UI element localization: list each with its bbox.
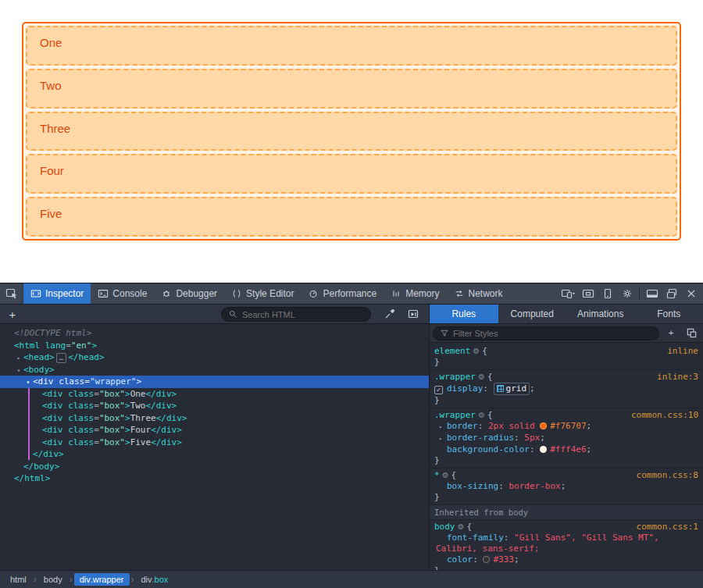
declaration-checkbox[interactable]: ✓ (434, 386, 443, 394)
tab-fonts[interactable]: Fonts (635, 305, 703, 323)
add-rule-button[interactable]: + (662, 326, 680, 341)
search-html-box (221, 307, 371, 322)
collapse-arrow-icon[interactable]: ▾ (23, 376, 33, 389)
selector-gear-icon[interactable]: ⚙ (476, 372, 487, 381)
inspector-icon (30, 288, 41, 299)
expand-arrow-icon[interactable]: ▸ (14, 352, 23, 365)
filter-styles-input[interactable] (453, 329, 652, 338)
tab-label: Performance (323, 288, 376, 299)
markup-line-div-close[interactable]: </div> (0, 448, 429, 461)
breadcrumb-item-div-wrapper[interactable]: div.wrapper (74, 573, 130, 586)
css-rule-wrapper-common: .wrapper⚙{common.css:10 ▸border: 2px sol… (430, 408, 703, 469)
devtools: Inspector Console Debugger Style Editor … (0, 283, 703, 588)
markup-line-div-wrapper[interactable]: ▾<div class="wrapper"> (0, 376, 429, 388)
frame-picker-button[interactable] (578, 283, 598, 304)
box-label: Three (40, 122, 70, 135)
dock-bottom-button[interactable] (642, 283, 662, 304)
grid-box-three: Three (26, 112, 677, 151)
grid-box-five: Five (26, 197, 677, 237)
selector-gear-icon[interactable]: ⚙ (440, 471, 451, 479)
tab-memory[interactable]: Memory (384, 283, 446, 304)
markup-line-div-box[interactable]: <div class="box">Two</div> (0, 400, 429, 412)
breadcrumb-item-html[interactable]: html (5, 573, 32, 586)
expand-arrow-icon[interactable]: ▸ (439, 433, 447, 444)
pick-element-button[interactable] (0, 283, 23, 304)
tab-performance[interactable]: Performance (301, 283, 384, 304)
grid-value-toggle[interactable]: grid (494, 383, 530, 395)
tab-rules[interactable]: Rules (430, 305, 498, 323)
collapse-arrow-icon[interactable]: ▾ (14, 365, 23, 377)
tab-network[interactable]: Network (447, 283, 510, 304)
tab-debugger[interactable]: Debugger (154, 283, 224, 304)
color-swatch[interactable] (540, 446, 547, 453)
markup-line-doctype[interactable]: <!DOCTYPE html> (0, 327, 429, 340)
settings-button[interactable] (617, 283, 637, 304)
class-panel-button[interactable] (683, 326, 700, 341)
breadcrumb-item-div-box[interactable]: div.box (136, 573, 174, 586)
markup-line-html-close[interactable]: </html> (0, 472, 429, 485)
close-devtools-button[interactable] (681, 283, 701, 304)
filter-icon (440, 329, 449, 338)
markup-line-div-box[interactable]: <div class="box">Four</div> (0, 424, 429, 437)
box-label: Five (40, 207, 62, 220)
rule-source-link[interactable]: common.css:10 (631, 410, 698, 421)
grid-wrapper: One Two Three Four Five (22, 22, 681, 241)
collapsed-content-marker[interactable]: … (56, 353, 66, 363)
selector-gear-icon[interactable]: ⚙ (455, 522, 467, 531)
color-swatch[interactable] (540, 422, 547, 429)
markup-line-div-box[interactable]: <div class="box">Five</div> (0, 437, 429, 449)
rulers-button[interactable] (405, 306, 422, 322)
tab-inspector[interactable]: Inspector (23, 283, 91, 304)
color-swatch[interactable] (483, 556, 490, 563)
box-label: One (40, 36, 62, 49)
markup-line-body-open[interactable]: ▾<body> (0, 364, 429, 376)
search-html-input[interactable] (242, 310, 364, 319)
close-icon (685, 287, 698, 300)
rule-source-link[interactable]: inline (667, 346, 698, 357)
settings-gear-icon (621, 287, 633, 300)
tab-computed[interactable]: Computed (498, 305, 567, 323)
style-editor-icon (231, 288, 242, 299)
tab-label: Network (469, 288, 503, 299)
markup-line-div-box[interactable]: <div class="box">One</div> (0, 388, 429, 401)
plus-icon: + (669, 328, 674, 338)
console-icon (98, 288, 109, 299)
rule-source-link[interactable]: common.css:1 (637, 522, 698, 533)
tab-label: Memory (405, 288, 439, 299)
tab-console[interactable]: Console (91, 283, 154, 304)
markup-line-head[interactable]: ▸<head>…</head> (0, 351, 429, 364)
markup-line-div-box[interactable]: <div class="box">Three</div> (0, 412, 429, 425)
expand-arrow-icon[interactable]: ▸ (439, 422, 447, 433)
tab-label: Style Editor (246, 288, 294, 299)
tab-label: Console (112, 288, 147, 299)
chevron-right-icon: › (34, 574, 37, 585)
inspector-main: <!DOCTYPE html> <html lang="en"> ▸<head>… (0, 324, 703, 571)
grid-box-one: One (26, 26, 677, 66)
separate-window-icon (666, 287, 678, 300)
eyedropper-button[interactable] (381, 306, 398, 322)
rule-source-link[interactable]: common.css:8 (637, 470, 698, 481)
add-node-button[interactable]: + (5, 305, 20, 323)
devtools-tabbar: Inspector Console Debugger Style Editor … (0, 283, 703, 305)
toolbox-controls (558, 283, 703, 304)
responsive-design-button[interactable] (558, 283, 578, 304)
device-button[interactable] (598, 283, 617, 304)
rule-source-link[interactable]: inline:3 (657, 372, 698, 383)
rules-filter-row: + (430, 324, 703, 343)
toolbar-divider (639, 287, 640, 300)
markup-line-body-close[interactable]: </body> (0, 461, 429, 473)
markup-line-html-open[interactable]: <html lang="en"> (0, 340, 429, 352)
tab-animations[interactable]: Animations (566, 305, 635, 323)
class-panel-icon (686, 327, 698, 339)
grid-toggle-icon (497, 385, 504, 392)
grid-box-four: Four (26, 154, 677, 194)
tab-style-editor[interactable]: Style Editor (224, 283, 301, 304)
screenshot-root: One Two Three Four Five Inspector Consol… (0, 0, 703, 588)
breadcrumb-item-body[interactable]: body (38, 573, 68, 586)
separate-window-button[interactable] (662, 283, 681, 304)
secondary-toolbar: + Rules Computed Animations Fonts (0, 305, 703, 324)
box-label: Four (40, 164, 64, 177)
eyedropper-icon (384, 308, 396, 320)
selector-gear-icon[interactable]: ⚙ (476, 411, 487, 419)
selector-gear-icon[interactable]: ⚙ (470, 347, 482, 355)
